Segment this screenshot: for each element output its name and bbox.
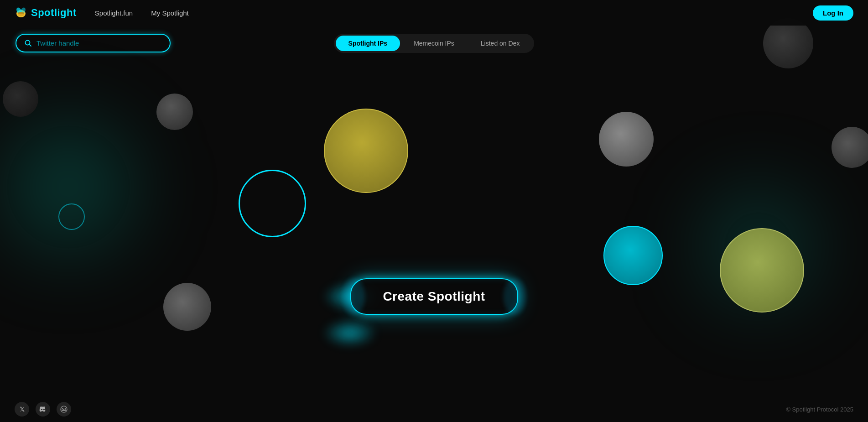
navbar-left: Spotlight Spotlight.fun My Spotlight [15, 6, 189, 19]
svg-line-7 [30, 44, 31, 46]
bubble-gray-mid-right [599, 112, 654, 167]
navbar: Spotlight Spotlight.fun My Spotlight Log… [0, 0, 868, 26]
footer-mail-icon[interactable] [57, 402, 71, 417]
footer-twitter-icon[interactable]: 𝕏 [15, 402, 29, 417]
bg-glow-right [672, 160, 845, 333]
nav-spotlight-fun[interactable]: Spotlight.fun [95, 9, 133, 17]
nav-my-spotlight[interactable]: My Spotlight [151, 9, 189, 17]
footer-discord-icon[interactable] [36, 402, 50, 417]
bubble-olive-green-far-right [720, 228, 804, 313]
canvas-area [0, 0, 868, 422]
bg-glow-left [0, 91, 164, 283]
search-wrapper [16, 34, 171, 52]
tab-spotlight-ips[interactable]: Spotlight IPs [336, 36, 400, 51]
bubble-far-right [832, 127, 868, 168]
logo[interactable]: Spotlight [15, 6, 77, 19]
bubble-teal-solid-right [603, 226, 663, 285]
tab-memecoin-ips[interactable]: Memecoin IPs [401, 36, 467, 51]
bubble-top-right [763, 18, 813, 68]
svg-point-3 [18, 12, 24, 16]
create-spotlight-button[interactable]: Create Spotlight [350, 278, 518, 315]
bubble-small-teal-outline [58, 203, 85, 230]
login-button[interactable]: Log In [813, 5, 853, 21]
logo-text: Spotlight [31, 7, 77, 19]
svg-point-8 [61, 406, 67, 412]
bubble-upper-gray [156, 94, 193, 130]
logo-icon [15, 6, 27, 19]
tab-listed-on-dex[interactable]: Listed on Dex [468, 36, 533, 51]
create-button-container: Create Spotlight [350, 278, 518, 315]
bubble-left-tiny [3, 81, 38, 117]
search-container [16, 34, 171, 52]
search-icon [25, 40, 32, 47]
search-input[interactable] [36, 39, 161, 47]
bubble-glow-bottom [322, 319, 377, 347]
bubble-teal-outline [239, 170, 306, 237]
footer-icons: 𝕏 [15, 402, 71, 417]
bubble-olive-center [324, 109, 408, 193]
footer-copyright: © Spotlight Protocol 2025 [786, 406, 853, 413]
bubble-gray-bottom-left [163, 283, 211, 331]
footer: 𝕏 © Spotlight Protocol 2025 [0, 396, 868, 422]
tab-bar: Spotlight IPs Memecoin IPs Listed on Dex [334, 34, 535, 53]
